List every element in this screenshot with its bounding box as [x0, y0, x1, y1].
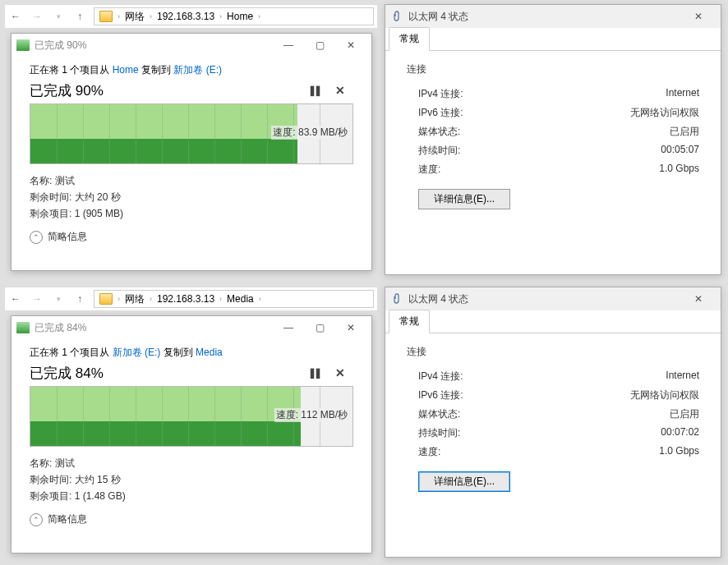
copy-name-row: 名称: 测试 [30, 455, 353, 471]
copy-remaining-time: 剩余时间: 大约 20 秒 [30, 189, 353, 205]
status-row: 持续时间:00:07:02 [407, 424, 699, 443]
speed-label: 速度: 83.9 MB/秒 [271, 126, 349, 140]
copy-progress-icon [16, 39, 30, 51]
nav-recent-button[interactable]: ▾ [48, 287, 69, 310]
source-link[interactable]: Home [113, 64, 139, 76]
chevron-right-icon: › [116, 295, 122, 303]
details-button[interactable]: 详细信息(E)... [418, 189, 510, 209]
tab-strip: 常规 [385, 28, 721, 51]
chevron-right-icon: › [116, 12, 122, 21]
maximize-button[interactable]: ▢ [304, 34, 335, 56]
file-copy-dialog: 已完成 90% — ▢ ✕ 正在将 1 个项目从 Home 复制到 新加卷 (E… [11, 33, 372, 271]
copy-progress-icon [16, 322, 30, 333]
status-row: 速度:1.0 Gbps [407, 443, 699, 462]
copy-remaining-time: 剩余时间: 大约 15 秒 [30, 471, 353, 488]
tab-general[interactable]: 常规 [389, 310, 430, 333]
close-button[interactable]: ✕ [335, 317, 366, 338]
tab-general[interactable]: 常规 [389, 27, 430, 51]
ethernet-status-dialog: 以太网 4 状态 ✕ 常规 连接 IPv4 连接:InternetIPv6 连接… [385, 4, 721, 275]
chevron-right-icon: › [148, 12, 154, 21]
progress-percent: 已完成 84% [30, 364, 301, 383]
destination-link[interactable]: Media [196, 347, 223, 358]
minimize-button[interactable]: — [273, 34, 304, 56]
chevron-up-icon: ⌃ [30, 231, 43, 244]
copy-description: 正在将 1 个项目从 Home 复制到 新加卷 (E:) [30, 63, 353, 77]
dialog-title: 已完成 84% [35, 321, 273, 335]
progress-percent: 已完成 90% [30, 81, 301, 100]
brief-info-toggle[interactable]: ⌃ 简略信息 [30, 230, 353, 244]
speed-label: 速度: 112 MB/秒 [274, 408, 349, 422]
breadcrumb-segment[interactable]: 网络 [122, 292, 148, 306]
breadcrumb-segment[interactable]: Home [223, 11, 256, 22]
connection-section-header: 连接 [407, 345, 699, 359]
status-row: IPv4 连接:Internet [407, 367, 699, 386]
maximize-button[interactable]: ▢ [304, 317, 335, 338]
status-row: IPv6 连接:无网络访问权限 [407, 386, 699, 405]
dialog-title: 以太网 4 状态 [408, 10, 683, 24]
chevron-right-icon: › [218, 12, 223, 21]
copy-remaining-items: 剩余项目: 1 (1.48 GB) [30, 488, 353, 504]
nav-back-button[interactable]: ← [5, 287, 26, 310]
copy-description: 正在将 1 个项目从 新加卷 (E:) 复制到 Media [30, 346, 353, 360]
explorer-address-bar: ← → ▾ ↑ › 网络›192.168.3.13›Media› [4, 287, 378, 311]
pause-button[interactable]: ❚❚ [301, 363, 327, 383]
nav-up-button[interactable]: ↑ [69, 5, 90, 28]
close-button[interactable]: ✕ [683, 6, 714, 27]
breadcrumb-segment[interactable]: Media [223, 293, 257, 305]
address-field[interactable]: › 网络›192.168.3.13›Media› [94, 290, 374, 308]
chevron-right-icon: › [148, 295, 154, 303]
status-row: 速度:1.0 Gbps [407, 160, 699, 179]
pause-button[interactable]: ❚❚ [301, 80, 327, 100]
chevron-right-icon: › [218, 295, 223, 303]
chevron-right-icon: › [257, 295, 263, 303]
nav-forward-button[interactable]: → [26, 5, 48, 28]
source-link[interactable]: 新加卷 (E:) [113, 347, 161, 358]
copy-remaining-items: 剩余项目: 1 (905 MB) [30, 205, 353, 222]
dialog-title: 以太网 4 状态 [408, 292, 683, 306]
close-button[interactable]: ✕ [683, 288, 714, 310]
minimize-button[interactable]: — [273, 317, 304, 338]
status-row: 媒体状态:已启用 [407, 122, 699, 141]
brief-info-toggle[interactable]: ⌃ 简略信息 [30, 512, 353, 526]
breadcrumb-segment[interactable]: 192.168.3.13 [154, 11, 218, 22]
speed-graph: 速度: 112 MB/秒 [30, 386, 353, 447]
status-row: 媒体状态:已启用 [407, 405, 699, 424]
stop-button[interactable]: ✕ [327, 80, 353, 100]
nav-recent-button[interactable]: ▾ [48, 5, 69, 28]
status-row: 持续时间:00:05:07 [407, 141, 699, 160]
explorer-address-bar: ← → ▾ ↑ › 网络›192.168.3.13›Home› [4, 4, 378, 29]
paperclip-icon [392, 293, 403, 305]
tab-strip: 常规 [385, 310, 721, 333]
file-copy-dialog: 已完成 84% — ▢ ✕ 正在将 1 个项目从 新加卷 (E:) 复制到 Me… [11, 315, 372, 554]
destination-link[interactable]: 新加卷 (E:) [173, 64, 222, 76]
chevron-right-icon: › [256, 12, 262, 21]
details-button[interactable]: 详细信息(E)... [418, 471, 510, 492]
close-button[interactable]: ✕ [335, 34, 366, 56]
breadcrumb-segment[interactable]: 网络 [122, 10, 148, 24]
folder-icon [99, 293, 113, 305]
status-row: IPv6 连接:无网络访问权限 [407, 103, 699, 122]
connection-section-header: 连接 [407, 62, 699, 76]
status-row: IPv4 连接:Internet [407, 85, 699, 103]
nav-back-button[interactable]: ← [5, 5, 26, 28]
breadcrumb-segment[interactable]: 192.168.3.13 [154, 293, 218, 305]
ethernet-status-dialog: 以太网 4 状态 ✕ 常规 连接 IPv4 连接:InternetIPv6 连接… [385, 287, 721, 558]
speed-graph: 速度: 83.9 MB/秒 [30, 103, 353, 164]
copy-name-row: 名称: 测试 [30, 172, 353, 189]
stop-button[interactable]: ✕ [327, 363, 353, 383]
folder-icon [99, 11, 113, 22]
chevron-up-icon: ⌃ [30, 513, 43, 526]
dialog-title: 已完成 90% [35, 39, 273, 53]
address-field[interactable]: › 网络›192.168.3.13›Home› [94, 7, 374, 25]
nav-up-button[interactable]: ↑ [69, 287, 90, 310]
paperclip-icon [392, 11, 403, 22]
nav-forward-button[interactable]: → [26, 287, 48, 310]
